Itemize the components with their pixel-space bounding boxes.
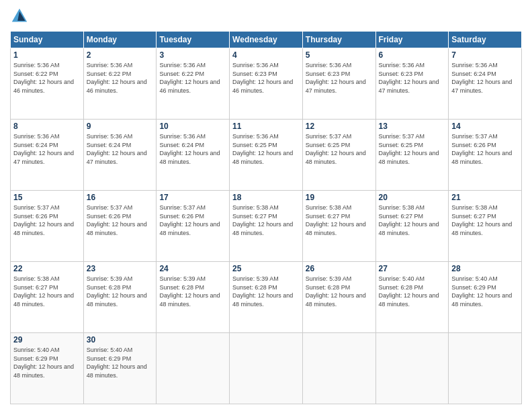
calendar-week: 22Sunrise: 5:38 AMSunset: 6:27 PMDayligh…	[11, 262, 522, 333]
dow-header: Friday	[375, 32, 449, 48]
logo-icon	[10, 7, 29, 26]
day-info: Sunrise: 5:38 AMSunset: 6:27 PMDaylight:…	[379, 203, 446, 237]
day-number: 19	[306, 193, 373, 202]
day-info: Sunrise: 5:36 AMSunset: 6:24 PMDaylight:…	[87, 132, 154, 166]
calendar-day: 16Sunrise: 5:37 AMSunset: 6:26 PMDayligh…	[83, 191, 157, 262]
day-info: Sunrise: 5:36 AMSunset: 6:24 PMDaylight:…	[13, 132, 81, 166]
calendar-day: 24Sunrise: 5:39 AMSunset: 6:28 PMDayligh…	[157, 262, 230, 333]
calendar-day: 5Sunrise: 5:36 AMSunset: 6:23 PMDaylight…	[302, 48, 375, 120]
page: SundayMondayTuesdayWednesdayThursdayFrid…	[0, 0, 532, 411]
day-info: Sunrise: 5:40 AMSunset: 6:29 PMDaylight:…	[451, 275, 519, 308]
day-number: 1	[13, 50, 81, 60]
dow-header: Monday	[83, 32, 157, 48]
day-number: 5	[306, 50, 373, 60]
day-info: Sunrise: 5:36 AMSunset: 6:22 PMDaylight:…	[87, 61, 154, 95]
day-info: Sunrise: 5:37 AMSunset: 6:25 PMDaylight:…	[306, 132, 373, 166]
day-info: Sunrise: 5:36 AMSunset: 6:23 PMDaylight:…	[306, 61, 373, 95]
day-number: 28	[451, 264, 519, 273]
calendar-day	[230, 333, 303, 404]
day-info: Sunrise: 5:40 AMSunset: 6:28 PMDaylight:…	[379, 275, 446, 308]
calendar-day: 1Sunrise: 5:36 AMSunset: 6:22 PMDaylight…	[11, 48, 84, 120]
calendar-day: 11Sunrise: 5:36 AMSunset: 6:25 PMDayligh…	[230, 120, 303, 191]
calendar-day	[157, 333, 230, 404]
day-number: 13	[379, 122, 446, 131]
calendar-day	[302, 333, 375, 404]
dow-header: Wednesday	[230, 32, 303, 48]
day-number: 14	[451, 122, 519, 131]
calendar-day: 13Sunrise: 5:37 AMSunset: 6:25 PMDayligh…	[375, 120, 449, 191]
day-info: Sunrise: 5:38 AMSunset: 6:27 PMDaylight:…	[451, 203, 519, 237]
day-number: 2	[87, 50, 154, 60]
day-info: Sunrise: 5:36 AMSunset: 6:24 PMDaylight:…	[159, 132, 226, 166]
calendar-day	[375, 333, 449, 404]
dow-header: Thursday	[302, 32, 375, 48]
calendar-day: 29Sunrise: 5:40 AMSunset: 6:29 PMDayligh…	[11, 333, 84, 404]
day-info: Sunrise: 5:37 AMSunset: 6:26 PMDaylight:…	[87, 203, 154, 237]
days-of-week-row: SundayMondayTuesdayWednesdayThursdayFrid…	[11, 32, 522, 48]
day-info: Sunrise: 5:36 AMSunset: 6:25 PMDaylight:…	[232, 132, 300, 166]
day-info: Sunrise: 5:38 AMSunset: 6:27 PMDaylight:…	[306, 203, 373, 237]
day-number: 9	[87, 122, 154, 131]
day-info: Sunrise: 5:36 AMSunset: 6:23 PMDaylight:…	[379, 61, 446, 95]
calendar-day: 21Sunrise: 5:38 AMSunset: 6:27 PMDayligh…	[449, 191, 522, 262]
logo	[10, 7, 32, 26]
day-info: Sunrise: 5:37 AMSunset: 6:26 PMDaylight:…	[451, 132, 519, 166]
day-info: Sunrise: 5:36 AMSunset: 6:23 PMDaylight:…	[232, 61, 300, 95]
calendar-day: 12Sunrise: 5:37 AMSunset: 6:25 PMDayligh…	[302, 120, 375, 191]
day-number: 30	[87, 335, 154, 345]
day-info: Sunrise: 5:36 AMSunset: 6:22 PMDaylight:…	[13, 61, 81, 95]
calendar-body: 1Sunrise: 5:36 AMSunset: 6:22 PMDaylight…	[11, 48, 522, 404]
calendar-day: 9Sunrise: 5:36 AMSunset: 6:24 PMDaylight…	[83, 120, 157, 191]
calendar-day: 8Sunrise: 5:36 AMSunset: 6:24 PMDaylight…	[11, 120, 84, 191]
calendar-day: 20Sunrise: 5:38 AMSunset: 6:27 PMDayligh…	[375, 191, 449, 262]
calendar: SundayMondayTuesdayWednesdayThursdayFrid…	[10, 31, 522, 404]
day-number: 21	[451, 193, 519, 202]
day-number: 10	[159, 122, 226, 131]
calendar-day: 15Sunrise: 5:37 AMSunset: 6:26 PMDayligh…	[11, 191, 84, 262]
day-info: Sunrise: 5:40 AMSunset: 6:29 PMDaylight:…	[87, 346, 154, 379]
day-info: Sunrise: 5:38 AMSunset: 6:27 PMDaylight:…	[232, 203, 300, 237]
day-number: 3	[159, 50, 226, 60]
day-info: Sunrise: 5:36 AMSunset: 6:22 PMDaylight:…	[159, 61, 226, 95]
day-number: 24	[159, 264, 226, 273]
day-number: 11	[232, 122, 300, 131]
day-number: 6	[379, 50, 446, 60]
day-number: 15	[13, 193, 81, 202]
day-info: Sunrise: 5:38 AMSunset: 6:27 PMDaylight:…	[13, 275, 81, 308]
day-info: Sunrise: 5:37 AMSunset: 6:26 PMDaylight:…	[13, 203, 81, 237]
calendar-day: 30Sunrise: 5:40 AMSunset: 6:29 PMDayligh…	[83, 333, 157, 404]
day-number: 12	[306, 122, 373, 131]
calendar-day: 19Sunrise: 5:38 AMSunset: 6:27 PMDayligh…	[302, 191, 375, 262]
day-info: Sunrise: 5:37 AMSunset: 6:26 PMDaylight:…	[159, 203, 226, 237]
calendar-day	[449, 333, 522, 404]
day-number: 26	[306, 264, 373, 273]
day-number: 18	[232, 193, 300, 202]
day-info: Sunrise: 5:36 AMSunset: 6:24 PMDaylight:…	[451, 61, 519, 95]
day-info: Sunrise: 5:39 AMSunset: 6:28 PMDaylight:…	[306, 275, 373, 308]
calendar-week: 8Sunrise: 5:36 AMSunset: 6:24 PMDaylight…	[11, 120, 522, 191]
day-info: Sunrise: 5:39 AMSunset: 6:28 PMDaylight:…	[87, 275, 154, 308]
calendar-day: 23Sunrise: 5:39 AMSunset: 6:28 PMDayligh…	[83, 262, 157, 333]
calendar-day: 25Sunrise: 5:39 AMSunset: 6:28 PMDayligh…	[230, 262, 303, 333]
calendar-day: 18Sunrise: 5:38 AMSunset: 6:27 PMDayligh…	[230, 191, 303, 262]
calendar-day: 7Sunrise: 5:36 AMSunset: 6:24 PMDaylight…	[449, 48, 522, 120]
calendar-day: 28Sunrise: 5:40 AMSunset: 6:29 PMDayligh…	[449, 262, 522, 333]
dow-header: Saturday	[449, 32, 522, 48]
calendar-day: 27Sunrise: 5:40 AMSunset: 6:28 PMDayligh…	[375, 262, 449, 333]
calendar-day: 4Sunrise: 5:36 AMSunset: 6:23 PMDaylight…	[230, 48, 303, 120]
day-number: 27	[379, 264, 446, 273]
day-number: 17	[159, 193, 226, 202]
day-info: Sunrise: 5:37 AMSunset: 6:25 PMDaylight:…	[379, 132, 446, 166]
day-number: 29	[13, 335, 81, 345]
dow-header: Tuesday	[157, 32, 230, 48]
calendar-day: 10Sunrise: 5:36 AMSunset: 6:24 PMDayligh…	[157, 120, 230, 191]
day-number: 22	[13, 264, 81, 273]
day-number: 16	[87, 193, 154, 202]
day-info: Sunrise: 5:39 AMSunset: 6:28 PMDaylight:…	[232, 275, 300, 308]
calendar-day: 14Sunrise: 5:37 AMSunset: 6:26 PMDayligh…	[449, 120, 522, 191]
dow-header: Sunday	[11, 32, 84, 48]
day-number: 7	[451, 50, 519, 60]
day-number: 4	[232, 50, 300, 60]
day-number: 8	[13, 122, 81, 131]
header	[10, 7, 522, 26]
